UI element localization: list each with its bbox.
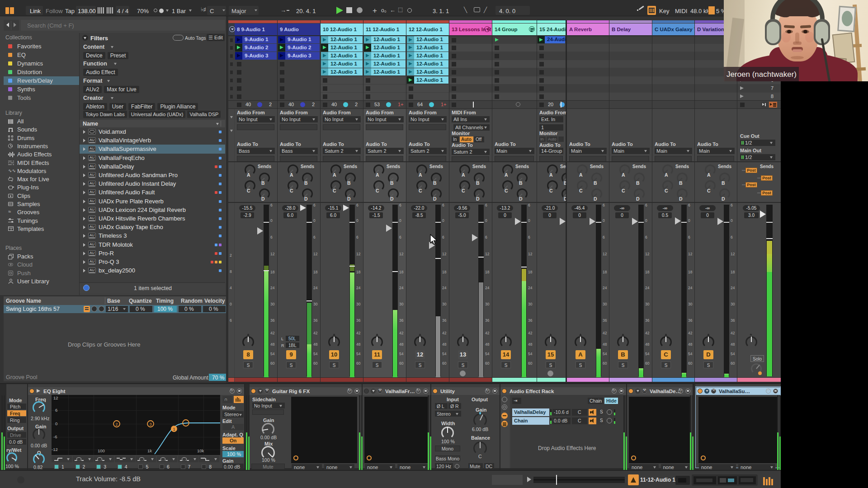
svg-text:1: 1	[173, 427, 175, 432]
svg-text:3: 3	[149, 422, 151, 427]
svg-text:2: 2	[115, 422, 118, 427]
